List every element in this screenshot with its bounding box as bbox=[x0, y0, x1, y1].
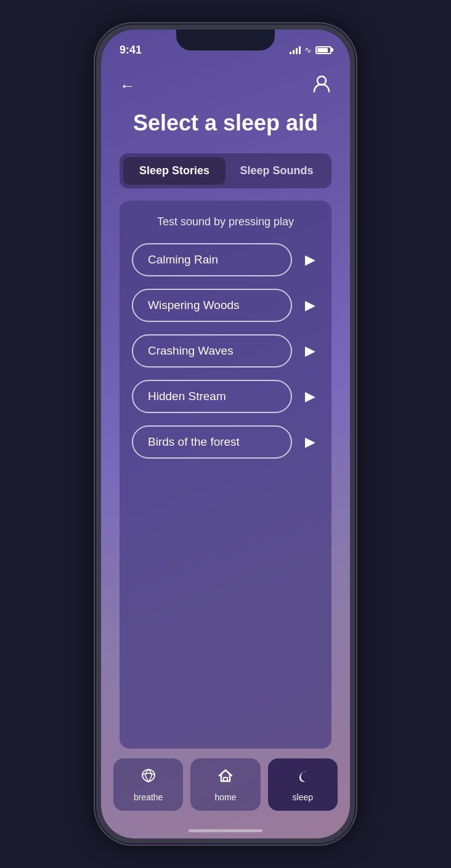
signal-icon bbox=[290, 46, 301, 54]
sound-item-birds-forest: Birds of the forest ▶ bbox=[132, 425, 319, 459]
play-button-whispering-woods[interactable]: ▶ bbox=[301, 297, 319, 313]
page-title: Select a sleep aid bbox=[120, 110, 331, 136]
main-content: ← Select a sleep aid Sleep Stories Sleep… bbox=[101, 62, 350, 749]
play-button-hidden-stream[interactable]: ▶ bbox=[301, 388, 319, 404]
sound-name-hidden-stream[interactable]: Hidden Stream bbox=[132, 380, 292, 413]
tab-switcher: Sleep Stories Sleep Sounds bbox=[120, 153, 331, 188]
breathe-icon bbox=[139, 767, 158, 789]
sound-panel: Test sound by pressing play Calming Rain… bbox=[120, 201, 331, 749]
play-button-crashing-waves[interactable]: ▶ bbox=[301, 343, 319, 359]
home-icon bbox=[217, 767, 234, 789]
status-icons: ∿ bbox=[290, 45, 331, 55]
user-profile-icon[interactable] bbox=[312, 74, 331, 98]
battery-fill bbox=[317, 48, 328, 52]
sound-name-crashing-waves[interactable]: Crashing Waves bbox=[132, 334, 292, 368]
sound-name-whispering-woods[interactable]: Wispering Woods bbox=[132, 289, 292, 322]
nav-item-breathe[interactable]: breathe bbox=[113, 758, 183, 811]
sound-name-birds-forest[interactable]: Birds of the forest bbox=[132, 425, 292, 459]
sound-item-crashing-waves: Crashing Waves ▶ bbox=[132, 334, 319, 368]
signal-bar-2 bbox=[293, 50, 295, 54]
signal-bar-1 bbox=[290, 52, 291, 54]
nav-label-sleep: sleep bbox=[293, 792, 313, 802]
nav-bar: ← bbox=[120, 68, 331, 110]
sleep-icon bbox=[294, 767, 311, 789]
play-button-calming-rain[interactable]: ▶ bbox=[301, 252, 319, 268]
tab-sleep-stories[interactable]: Sleep Stories bbox=[123, 157, 226, 185]
phone-body: 9:41 ∿ ← bbox=[96, 25, 355, 843]
back-button[interactable]: ← bbox=[120, 76, 136, 95]
nav-item-sleep[interactable]: sleep bbox=[268, 758, 338, 811]
play-button-birds-forest[interactable]: ▶ bbox=[301, 434, 319, 450]
sound-item-whispering-woods: Wispering Woods ▶ bbox=[132, 289, 319, 322]
notch bbox=[176, 30, 275, 50]
sound-item-hidden-stream: Hidden Stream ▶ bbox=[132, 380, 319, 413]
sound-item-calming-rain: Calming Rain ▶ bbox=[132, 243, 319, 276]
home-indicator bbox=[189, 829, 262, 832]
status-time: 9:41 bbox=[120, 44, 142, 57]
nav-item-home[interactable]: home bbox=[190, 758, 260, 811]
nav-label-home: home bbox=[214, 792, 236, 802]
sound-name-calming-rain[interactable]: Calming Rain bbox=[132, 243, 292, 276]
bottom-nav: breathe home bbox=[101, 749, 350, 829]
phone-frame: 9:41 ∿ ← bbox=[0, 0, 451, 868]
battery-icon bbox=[315, 46, 331, 54]
panel-subtitle: Test sound by pressing play bbox=[132, 215, 319, 228]
nav-label-breathe: breathe bbox=[134, 792, 163, 802]
screen: 9:41 ∿ ← bbox=[101, 30, 350, 838]
signal-bar-4 bbox=[299, 46, 301, 54]
wifi-icon: ∿ bbox=[304, 45, 312, 55]
svg-rect-1 bbox=[224, 778, 227, 781]
signal-bar-3 bbox=[296, 48, 298, 54]
tab-sleep-sounds[interactable]: Sleep Sounds bbox=[226, 157, 328, 185]
